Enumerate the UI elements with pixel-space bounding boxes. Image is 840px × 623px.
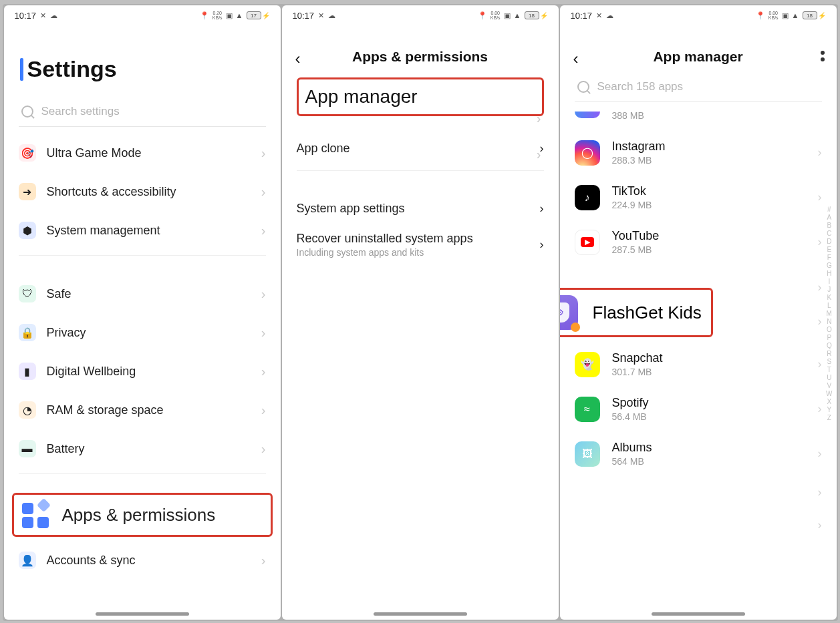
- cloud-icon: ☁: [328, 11, 335, 20]
- app-row-empty2[interactable]: ›: [560, 509, 837, 542]
- home-indicator[interactable]: [96, 612, 189, 616]
- app-size: 287.5 MB: [612, 244, 660, 255]
- back-button[interactable]: ‹: [295, 51, 301, 67]
- settings-item-battery[interactable]: ▬Battery ›: [4, 429, 281, 468]
- net-speed: 0.00KB/s: [491, 11, 501, 20]
- status-time: 10:17: [15, 11, 37, 21]
- alpha-letter[interactable]: X: [827, 398, 831, 405]
- alpha-letter[interactable]: F: [827, 254, 831, 261]
- divider: [19, 473, 266, 474]
- app-row-albums[interactable]: 🖼 Albums 564 MB ›: [560, 431, 837, 476]
- wifi-icon: ▲: [514, 11, 521, 19]
- menu-item-recover-apps[interactable]: Recover uninstalled system apps Includin…: [282, 225, 559, 264]
- alpha-letter[interactable]: Y: [827, 406, 831, 413]
- alpha-index[interactable]: #ABCDEFGHIJKLMNOPQRSTUVWXYZ: [826, 206, 832, 421]
- settings-item-wellbeing[interactable]: ▮Digital Wellbeing ›: [4, 352, 281, 391]
- shield-icon: 🛡: [19, 285, 36, 302]
- alpha-letter[interactable]: E: [827, 246, 831, 253]
- chevron-right-icon: ›: [261, 441, 266, 457]
- home-indicator[interactable]: [652, 612, 745, 616]
- alpha-letter[interactable]: M: [827, 310, 832, 317]
- alpha-letter[interactable]: V: [827, 382, 831, 389]
- alpha-letter[interactable]: U: [827, 374, 831, 381]
- alpha-letter[interactable]: W: [826, 390, 832, 397]
- settings-item-label: Privacy: [47, 326, 86, 340]
- alpha-letter[interactable]: N: [827, 318, 831, 325]
- chevron-right-icon: ›: [261, 325, 266, 341]
- alpha-letter[interactable]: R: [827, 350, 831, 357]
- app-name: Spotify: [612, 396, 649, 410]
- settings-item-shortcuts[interactable]: ➜Shortcuts & accessibility ›: [4, 172, 281, 211]
- alpha-letter[interactable]: Z: [827, 414, 831, 421]
- settings-item-apps-permissions-highlighted[interactable]: Apps & permissions: [12, 493, 273, 537]
- settings-item-ram[interactable]: ◔RAM & storage space ›: [4, 391, 281, 429]
- alpha-letter[interactable]: O: [827, 326, 832, 333]
- chevron-right-icon: ›: [261, 184, 266, 200]
- menu-item-label: App manager: [305, 86, 418, 107]
- location-icon: 📍: [756, 11, 765, 20]
- alpha-letter[interactable]: #: [827, 206, 831, 213]
- chevron-right-icon: ›: [818, 146, 822, 160]
- page-title-text: Settings: [27, 56, 117, 82]
- menu-item-app-clone[interactable]: App clone ›: [282, 132, 559, 165]
- alpha-letter[interactable]: S: [827, 358, 831, 365]
- settings-item-privacy[interactable]: 🔒Privacy ›: [4, 313, 281, 352]
- screen-apps-permissions: 10:17 ✕ ☁ 📍 0.00KB/s ▣ ▲ 18⚡ ‹ Apps & pe…: [282, 5, 559, 620]
- settings-item-accounts[interactable]: 👤Accounts & sync ›: [4, 537, 281, 580]
- menu-item-system-app-settings[interactable]: System app settings ›: [282, 192, 559, 225]
- app-row-instagram[interactable]: ◯ Instagram 288.3 MB ›: [560, 130, 837, 175]
- app-row-tiktok[interactable]: ♪ TikTok 224.9 MB ›: [560, 175, 837, 220]
- alpha-letter[interactable]: H: [827, 270, 831, 277]
- alpha-letter[interactable]: A: [827, 214, 831, 221]
- flashget-kids-highlighted[interactable]: ⚙ FlashGet Kids: [560, 288, 713, 337]
- home-indicator[interactable]: [374, 612, 467, 616]
- app-row-partial[interactable]: 388 MB: [560, 109, 837, 130]
- back-button[interactable]: ‹: [573, 51, 579, 67]
- shortcut-icon: ➜: [19, 183, 36, 200]
- search-input[interactable]: Search settings: [19, 101, 266, 127]
- app-row-youtube[interactable]: ▶ YouTube 287.5 MB ›: [560, 220, 837, 264]
- chevron-right-icon: ›: [261, 364, 266, 379]
- chevron-right-icon: ›: [818, 518, 822, 532]
- alpha-letter[interactable]: T: [827, 366, 831, 373]
- title-accent: [20, 58, 23, 81]
- settings-item-label: Battery: [47, 442, 85, 456]
- settings-item-safe[interactable]: 🛡Safe ›: [4, 274, 281, 313]
- header-bar: ‹ Apps & permissions: [282, 25, 559, 68]
- alpha-letter[interactable]: L: [827, 302, 831, 309]
- alpha-letter[interactable]: G: [827, 262, 832, 269]
- app-row-snapchat[interactable]: 👻 Snapchat 301.7 MB ›: [560, 342, 837, 387]
- search-placeholder: Search 158 apps: [597, 80, 684, 93]
- battery-icon: ▬: [19, 440, 36, 457]
- app-row-empty1[interactable]: ›: [560, 476, 837, 509]
- settings-item-system[interactable]: ⬢System management ›: [4, 211, 281, 250]
- alpha-letter[interactable]: I: [828, 278, 830, 285]
- system-icon: ⬢: [19, 222, 36, 239]
- status-bar: 10:17 ✕ ☁ 📍 0.20KB/s ▣ ▲ 17⚡: [4, 5, 281, 25]
- settings-item-ultra-game[interactable]: 🎯Ultra Game Mode ›: [4, 134, 281, 172]
- search-input[interactable]: Search 158 apps: [575, 76, 822, 102]
- chevron-right-icon: ›: [537, 111, 541, 126]
- nfc-icon: ▣: [782, 11, 789, 20]
- menu-item-label: App clone: [297, 142, 350, 156]
- app-manager-highlighted[interactable]: App manager: [297, 77, 544, 116]
- alpha-letter[interactable]: J: [827, 286, 831, 293]
- alpha-letter[interactable]: Q: [827, 342, 832, 349]
- chevron-right-icon: ›: [818, 315, 822, 329]
- chevron-right-icon: ›: [261, 553, 266, 568]
- net-speed: 0.00KB/s: [768, 11, 779, 20]
- divider: [297, 170, 544, 171]
- battery-icon: 17⚡: [247, 11, 270, 19]
- app-row-spotify[interactable]: ≈ Spotify 56.4 MB ›: [560, 387, 837, 431]
- more-button[interactable]: [821, 51, 825, 61]
- settings-item-label: Accounts & sync: [47, 554, 136, 568]
- status-time: 10:17: [571, 11, 593, 21]
- alpha-letter[interactable]: D: [827, 238, 831, 245]
- alpha-letter[interactable]: B: [827, 222, 831, 229]
- app-size: 301.7 MB: [612, 367, 663, 377]
- alpha-letter[interactable]: K: [827, 294, 831, 301]
- alpha-letter[interactable]: C: [827, 230, 831, 237]
- chevron-right-icon: ›: [818, 485, 822, 499]
- alpha-letter[interactable]: P: [827, 334, 831, 341]
- tools-icon: ✕: [40, 11, 46, 20]
